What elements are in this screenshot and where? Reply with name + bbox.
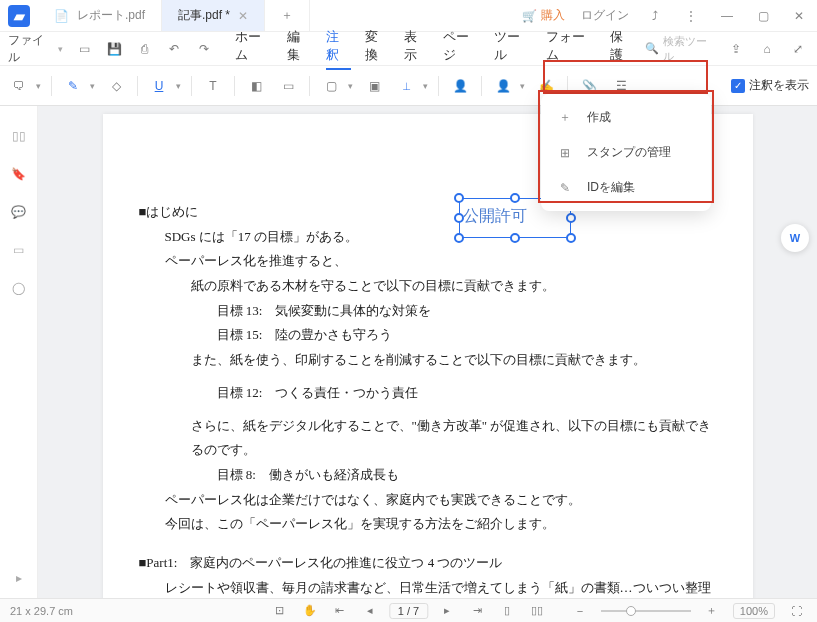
dropdown-item-edit-id[interactable]: ✎ IDを編集 [541, 170, 711, 205]
note-icon[interactable]: 🗨 [8, 75, 30, 97]
paragraph: ペーパーレス化は企業だけではなく、家庭内でも実践できることです。 [139, 488, 717, 513]
rect-icon[interactable]: ▢ [320, 75, 342, 97]
next-page-icon[interactable]: ▸ [436, 600, 458, 622]
resize-handle[interactable] [566, 233, 576, 243]
highlight-icon[interactable]: ✎ [62, 75, 84, 97]
paragraph: ペーパーレス化を推進すると、 [139, 249, 717, 274]
text-icon[interactable]: T [202, 75, 224, 97]
comment-panel-icon[interactable]: 💬 [9, 202, 29, 222]
statusbar: 21 x 29.7 cm ⊡ ✋ ⇤ ◂ 1 / 7 ▸ ⇥ ▯ ▯▯ − ＋ … [0, 598, 817, 622]
menu-form[interactable]: フォーム [546, 28, 596, 70]
thumbnails-icon[interactable]: ▯▯ [9, 126, 29, 146]
tabs: 📄 レポート.pdf 記事.pdf * ✕ ＋ [38, 0, 522, 31]
resize-handle[interactable] [566, 213, 576, 223]
menu-home[interactable]: ホーム [235, 28, 272, 70]
print-icon[interactable]: ⎙ [133, 38, 155, 60]
resize-handle[interactable] [454, 193, 464, 203]
resize-handle[interactable] [510, 193, 520, 203]
close-icon[interactable]: ✕ [238, 9, 248, 23]
textbox-icon[interactable]: ◧ [245, 75, 267, 97]
redo-icon[interactable]: ↷ [193, 38, 215, 60]
tab-article[interactable]: 記事.pdf * ✕ [162, 0, 265, 31]
menu-file[interactable]: ファイル▾ [8, 32, 63, 66]
dropdown-item-manage[interactable]: ⊞ スタンプの管理 [541, 135, 711, 170]
open-icon[interactable]: ▭ [73, 38, 95, 60]
quick-icons: ▭ 💾 ⎙ ↶ ↷ [73, 38, 215, 60]
two-page-icon[interactable]: ▯▯ [526, 600, 548, 622]
dropdown-label: 作成 [587, 109, 611, 126]
app-logo: ▰ [8, 5, 30, 27]
page-dimensions: 21 x 29.7 cm [10, 605, 73, 617]
underline-icon[interactable]: U [148, 75, 170, 97]
minimize-icon[interactable]: — [717, 9, 737, 23]
paragraph: SDGs には「17 の目標」がある。 [139, 225, 717, 250]
menu-edit[interactable]: 編集 [287, 28, 312, 70]
zoom-value[interactable]: 100% [733, 603, 775, 619]
area-highlight-icon[interactable]: ▣ [363, 75, 385, 97]
dropdown-item-create[interactable]: ＋ 作成 [541, 100, 711, 135]
cloud-icon[interactable]: ⌂ [757, 38, 778, 60]
dropdown-label: スタンプの管理 [587, 144, 671, 161]
eraser-icon[interactable]: ◇ [105, 75, 127, 97]
fullscreen-icon[interactable]: ⛶ [785, 600, 807, 622]
ai-assistant-badge[interactable]: W [781, 224, 809, 252]
menu-annotate[interactable]: 注釈 [326, 28, 351, 70]
file-icon: 📄 [54, 9, 69, 23]
stamp-icon[interactable]: 👤 [449, 75, 471, 97]
bookmark-icon[interactable]: 🔖 [9, 164, 29, 184]
save-icon[interactable]: 💾 [103, 38, 125, 60]
prev-page-icon[interactable]: ◂ [359, 600, 381, 622]
paragraph: 今回は、この「ペーパーレス化」を実現する方法をご紹介します。 [139, 512, 717, 537]
tab-report[interactable]: 📄 レポート.pdf [38, 0, 162, 31]
menu-page[interactable]: ページ [443, 28, 480, 70]
single-page-icon[interactable]: ▯ [496, 600, 518, 622]
last-page-icon[interactable]: ⇥ [466, 600, 488, 622]
expand-sidebar-icon[interactable]: ▸ [9, 568, 29, 588]
zoom-in-icon[interactable]: ＋ [701, 600, 723, 622]
attachments-icon[interactable]: ▭ [9, 240, 29, 260]
plus-icon: ＋ [557, 109, 573, 126]
resize-handle[interactable] [510, 233, 520, 243]
grid-icon: ⊞ [557, 146, 573, 160]
stamp-text: 公開許可 [463, 206, 527, 227]
notification-icon[interactable]: ⤴ [645, 9, 665, 23]
zoom-out-icon[interactable]: − [569, 600, 591, 622]
dropdown-label: IDを編集 [587, 179, 635, 196]
measure-icon[interactable]: ⟂ [395, 75, 417, 97]
search-tool[interactable]: 🔍 検索ツール [645, 34, 715, 64]
paragraph: 目標 13: 気候変動に具体的な対策を [139, 299, 717, 324]
first-page-icon[interactable]: ⇤ [329, 600, 351, 622]
resize-handle[interactable] [454, 233, 464, 243]
fit-width-icon[interactable]: ⊡ [269, 600, 291, 622]
search-panel-icon[interactable]: ◯ [9, 278, 29, 298]
kebab-icon[interactable]: ⋮ [681, 9, 701, 23]
paragraph: また、紙を使う、印刷することを削減することで以下の目標に貢献できます。 [139, 348, 717, 373]
zoom-slider[interactable] [601, 610, 691, 612]
callout-icon[interactable]: ▭ [277, 75, 299, 97]
close-window-icon[interactable]: ✕ [789, 9, 809, 23]
tab-label: 記事.pdf * [178, 7, 230, 24]
buy-link[interactable]: 🛒購入 [522, 7, 565, 24]
menu-convert[interactable]: 変換 [365, 28, 390, 70]
menu-view[interactable]: 表示 [404, 28, 429, 70]
titlebar-right: 🛒購入 ログイン ⤴ ⋮ — ▢ ✕ [522, 7, 817, 24]
show-annotation-toggle[interactable]: ✓ 注釈を表示 [731, 77, 809, 94]
undo-icon[interactable]: ↶ [163, 38, 185, 60]
stamp-dropdown-icon[interactable]: 👤 [492, 75, 514, 97]
search-icon: 🔍 [645, 42, 659, 55]
expand-icon[interactable]: ⤢ [788, 38, 809, 60]
paragraph: 目標 12: つくる責任・つかう責任 [139, 381, 717, 406]
paragraph: 紙の原料である木材を守ることで以下の目標に貢献できます。 [139, 274, 717, 299]
page-indicator[interactable]: 1 / 7 [389, 603, 428, 619]
menu-protect[interactable]: 保護 [610, 28, 635, 70]
stamp-dropdown-menu: ＋ 作成 ⊞ スタンプの管理 ✎ IDを編集 [541, 94, 711, 211]
share-icon[interactable]: ⇪ [725, 38, 746, 60]
new-tab[interactable]: ＋ [265, 0, 310, 31]
menubar: ファイル▾ ▭ 💾 ⎙ ↶ ↷ ホーム 編集 注釈 変換 表示 ページ ツール … [0, 32, 817, 66]
maximize-icon[interactable]: ▢ [753, 9, 773, 23]
resize-handle[interactable] [454, 213, 464, 223]
edit-icon: ✎ [557, 181, 573, 195]
login-link[interactable]: ログイン [581, 7, 629, 24]
menu-tools[interactable]: ツール [494, 28, 531, 70]
hand-icon[interactable]: ✋ [299, 600, 321, 622]
